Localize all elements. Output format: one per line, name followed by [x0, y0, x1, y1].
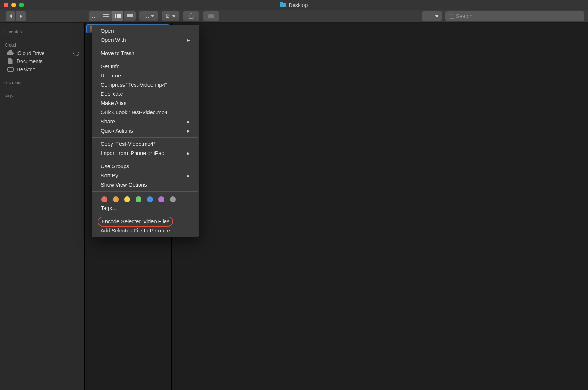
window-title-text: Desktop [289, 2, 308, 8]
zoom-window-button[interactable] [19, 3, 24, 7]
context-separator [92, 47, 198, 47]
search-input[interactable]: Search [445, 11, 584, 21]
context-item[interactable]: Share▶ [92, 117, 199, 126]
context-item[interactable]: Move to Trash [92, 49, 199, 58]
search-icon [449, 14, 453, 19]
sidebar-header-icloud: iCloud [0, 40, 84, 49]
sync-progress-icon [73, 50, 80, 57]
context-item[interactable]: Encode Selected Video Files [92, 217, 199, 226]
share-button[interactable] [183, 11, 199, 21]
context-item[interactable]: Duplicate [92, 90, 199, 99]
desktop-icon [7, 66, 14, 72]
context-item[interactable]: Show View Options [92, 180, 199, 189]
view-switcher [89, 11, 136, 21]
context-item-label: Rename [101, 72, 121, 80]
tag-color-dot[interactable] [101, 196, 107, 202]
arrange-button[interactable] [139, 11, 158, 21]
icon-view-button[interactable] [89, 11, 100, 21]
submenu-arrow-icon: ▶ [187, 36, 190, 44]
window-controls [4, 3, 24, 7]
context-separator [92, 215, 198, 215]
cloud-icon [7, 50, 14, 56]
context-item-label: Quick Look “Test-Video.mp4” [101, 109, 169, 116]
sidebar-item-label: iCloud Drive [17, 50, 44, 56]
action-button[interactable]: ⚙ [162, 11, 179, 21]
sidebar-item-icloud-drive[interactable]: iCloud Drive [0, 49, 49, 57]
search-placeholder: Search [456, 13, 472, 19]
context-item-tags[interactable]: Tags… [92, 204, 199, 213]
main-area: Favorites iCloud iCloud Drive Documents … [0, 23, 588, 390]
nav-buttons [6, 11, 26, 21]
tag-icon [208, 14, 214, 18]
context-item-label: Use Groups [101, 163, 129, 170]
folder-icon [280, 3, 286, 7]
gallery-view-button[interactable] [124, 11, 136, 21]
context-item-label: Share [101, 118, 115, 126]
window-title: Desktop [280, 2, 308, 8]
toolbar: ⚙ Search [0, 10, 588, 23]
submenu-arrow-icon: ▶ [187, 149, 190, 157]
context-menu: OpenOpen With▶Move to TrashGet InfoRenam… [92, 25, 199, 237]
chevron-down-icon [435, 15, 439, 17]
context-item[interactable]: Compress “Test-Video.mp4” [92, 80, 199, 90]
close-window-button[interactable] [4, 3, 8, 7]
group-dropdown[interactable] [422, 11, 442, 21]
context-item[interactable]: Copy “Test-Video.mp4” [92, 140, 199, 149]
context-item[interactable]: Quick Actions▶ [92, 126, 199, 136]
context-item[interactable]: Quick Look “Test-Video.mp4” [92, 108, 199, 117]
context-item-label: Open With [101, 36, 126, 44]
context-item[interactable]: Open [92, 26, 199, 36]
context-item-label: Import from iPhone or iPad [101, 149, 164, 157]
context-item[interactable]: Get Info [92, 62, 199, 71]
context-item-label: Get Info [101, 63, 120, 71]
sidebar-item-documents[interactable]: Documents [0, 57, 84, 65]
sidebar-header-tags: Tags [0, 90, 84, 100]
context-item-label: Quick Actions [101, 127, 133, 135]
context-item-label: Sort By [101, 172, 118, 180]
tag-color-dot[interactable] [158, 196, 164, 202]
context-item[interactable]: Add Selected File to Permute [92, 226, 199, 235]
context-separator [92, 191, 198, 192]
context-item[interactable]: Import from iPhone or iPad▶ [92, 149, 199, 158]
context-item[interactable]: Sort By▶ [92, 171, 199, 180]
context-item-label: Open [101, 27, 114, 35]
context-item-label: Add Selected File to Permute [101, 227, 170, 235]
context-separator [92, 160, 198, 160]
minimize-window-button[interactable] [11, 3, 16, 7]
column-view-button[interactable] [112, 11, 124, 21]
context-separator [92, 137, 198, 138]
annotation-highlight: Encode Selected Video Files [98, 217, 173, 227]
column-2 [172, 23, 588, 390]
sidebar-item-desktop[interactable]: Desktop [0, 65, 84, 73]
sidebar-item-label: Desktop [17, 66, 35, 72]
forward-button[interactable] [16, 11, 26, 21]
tag-color-dot[interactable] [124, 196, 130, 202]
context-item[interactable]: Rename [92, 71, 199, 80]
context-item-label: Make Alias [101, 100, 126, 107]
titlebar: Desktop [0, 0, 588, 10]
context-item-label: Copy “Test-Video.mp4” [101, 140, 155, 148]
chevron-down-icon [151, 15, 154, 17]
tag-color-dot[interactable] [136, 196, 141, 202]
tag-color-dot[interactable] [113, 196, 119, 202]
gear-icon: ⚙ [165, 13, 170, 19]
sidebar: Favorites iCloud iCloud Drive Documents … [0, 23, 85, 390]
share-icon [189, 13, 194, 20]
back-button[interactable] [6, 11, 16, 21]
chevron-down-icon [172, 15, 176, 17]
tag-color-dot[interactable] [170, 196, 176, 202]
list-view-button[interactable] [100, 11, 112, 21]
grid-icon [143, 14, 149, 18]
context-item[interactable]: Open With▶ [92, 36, 199, 45]
tag-color-dot[interactable] [147, 196, 153, 202]
context-item-label: Duplicate [101, 90, 123, 98]
sidebar-header-favorites: Favorites [0, 26, 84, 36]
tag-color-row [92, 194, 199, 204]
context-item[interactable]: Make Alias [92, 99, 199, 108]
submenu-arrow-icon: ▶ [187, 127, 190, 135]
sidebar-item-label: Documents [17, 58, 43, 64]
submenu-arrow-icon: ▶ [187, 118, 190, 126]
context-item[interactable]: Use Groups [92, 162, 199, 171]
context-separator [92, 60, 198, 60]
tags-button[interactable] [203, 11, 219, 21]
